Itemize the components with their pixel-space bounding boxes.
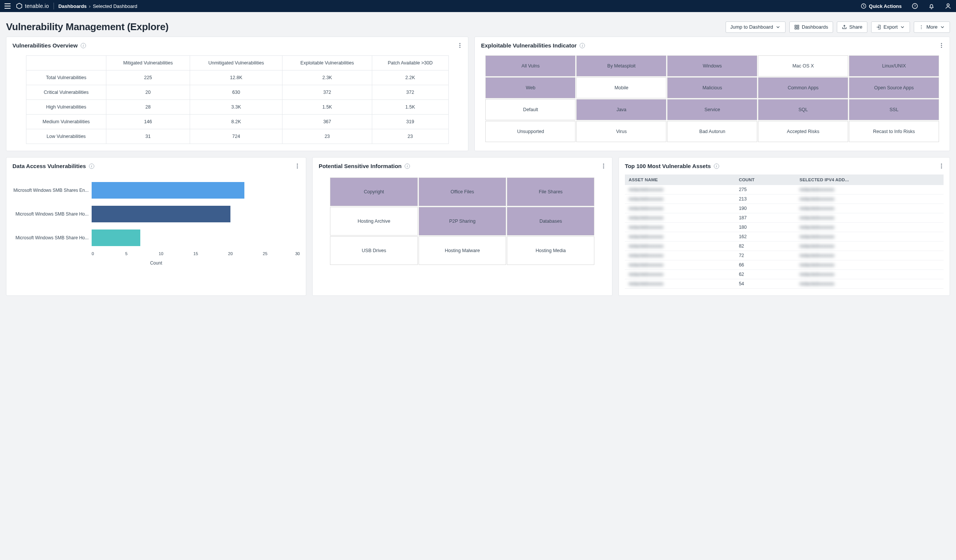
table-cell[interactable]: 372: [283, 85, 372, 100]
indicator-cell[interactable]: Bad Autorun: [667, 121, 757, 142]
asset-count: 72: [735, 251, 796, 260]
indicator-cell[interactable]: Java: [576, 99, 667, 120]
table-cell[interactable]: 23: [283, 129, 372, 144]
indicator-cell[interactable]: Service: [667, 99, 757, 120]
table-cell[interactable]: 1.5K: [372, 100, 448, 115]
table-cell[interactable]: 319: [372, 115, 448, 129]
table-cell[interactable]: 28: [106, 100, 190, 115]
table-cell[interactable]: 146: [106, 115, 190, 129]
indicator-cell[interactable]: Unsupported: [485, 121, 575, 142]
jump-to-dashboard-button[interactable]: Jump to Dashboard: [726, 22, 786, 33]
indicator-cell[interactable]: Common Apps: [758, 77, 848, 98]
table-cell[interactable]: 23: [372, 129, 448, 144]
psi-cell[interactable]: Hosting Malware: [418, 236, 506, 265]
table-row[interactable]: redactedxxxxxxx82redactedxxxxxxx: [625, 242, 943, 251]
table-cell[interactable]: 372: [372, 85, 448, 100]
quick-actions-button[interactable]: Quick Actions: [860, 3, 902, 9]
page-actions: Jump to Dashboard Dashboards Share Expor…: [726, 22, 950, 33]
widget-title: Vulnerabilities Overview: [13, 42, 78, 49]
share-button[interactable]: Share: [837, 22, 867, 33]
table-cell[interactable]: 225: [106, 71, 190, 85]
indicator-cell[interactable]: Recast to Info Risks: [849, 121, 939, 142]
table-cell[interactable]: 12.8K: [190, 71, 283, 85]
table-cell[interactable]: 3.3K: [190, 100, 283, 115]
table-row[interactable]: redactedxxxxxxx162redactedxxxxxxx: [625, 232, 943, 242]
info-icon[interactable]: i: [405, 163, 410, 169]
indicator-cell[interactable]: Open Source Apps: [849, 77, 939, 98]
indicator-cell[interactable]: By Metasploit: [576, 55, 667, 77]
table-row[interactable]: redactedxxxxxxx72redactedxxxxxxx: [625, 251, 943, 260]
info-icon[interactable]: i: [580, 43, 585, 48]
indicator-cell[interactable]: Linux/UNIX: [849, 55, 939, 77]
table-cell[interactable]: 1.5K: [283, 100, 372, 115]
table-cell[interactable]: 31: [106, 129, 190, 144]
indicator-cell[interactable]: Accepted Risks: [758, 121, 848, 142]
indicator-cell[interactable]: Virus: [576, 121, 667, 142]
dashboards-button[interactable]: Dashboards: [789, 22, 833, 33]
top100-col-header[interactable]: SELECTED IPV4 ADD...: [796, 174, 943, 185]
info-icon[interactable]: i: [89, 163, 94, 169]
table-cell[interactable]: 8.2K: [190, 115, 283, 129]
indicator-cell[interactable]: Mac OS X: [758, 55, 848, 77]
table-cell[interactable]: 367: [283, 115, 372, 129]
indicator-cell[interactable]: Windows: [667, 55, 757, 77]
info-icon[interactable]: i: [81, 43, 86, 48]
indicator-cell[interactable]: SQL: [758, 99, 848, 120]
psi-cell[interactable]: Databases: [507, 207, 594, 235]
top100-col-header[interactable]: COUNT: [735, 174, 796, 185]
table-row[interactable]: redactedxxxxxxx66redactedxxxxxxx: [625, 260, 943, 270]
bar[interactable]: [92, 182, 244, 199]
overview-col-header[interactable]: Exploitable Vulnerabilities: [283, 56, 372, 71]
potential-sensitive-widget: Potential Sensitive Information i Copyri…: [312, 157, 612, 296]
indicator-cell[interactable]: Default: [485, 99, 575, 120]
table-row[interactable]: redactedxxxxxxx213redactedxxxxxxx: [625, 195, 943, 204]
indicator-cell[interactable]: All Vulns: [485, 55, 575, 77]
help-icon[interactable]: ?: [912, 3, 918, 9]
psi-cell[interactable]: Hosting Media: [507, 236, 594, 265]
psi-cell[interactable]: Copyright: [330, 177, 417, 206]
asset-name: redactedxxxxxxx: [629, 234, 664, 239]
table-row[interactable]: redactedxxxxxxx180redactedxxxxxxx: [625, 223, 943, 232]
table-cell[interactable]: 630: [190, 85, 283, 100]
psi-cell[interactable]: File Shares: [507, 177, 594, 206]
bar[interactable]: [92, 206, 230, 222]
indicator-cell[interactable]: SSL: [849, 99, 939, 120]
widget-more-button[interactable]: [938, 163, 944, 168]
widget-more-button[interactable]: [457, 43, 463, 48]
more-button[interactable]: More: [914, 22, 950, 33]
top100-col-header[interactable]: ASSET NAME: [625, 174, 735, 185]
table-cell[interactable]: 20: [106, 85, 190, 100]
table-cell[interactable]: 2.3K: [283, 71, 372, 85]
table-cell[interactable]: 2.2K: [372, 71, 448, 85]
table-row[interactable]: redactedxxxxxxx187redactedxxxxxxx: [625, 213, 943, 223]
table-cell[interactable]: 724: [190, 129, 283, 144]
svg-rect-6: [797, 25, 799, 27]
breadcrumb-section[interactable]: Dashboards: [58, 3, 87, 9]
bar[interactable]: [92, 229, 140, 246]
table-row[interactable]: redactedxxxxxxx54redactedxxxxxxx: [625, 279, 943, 289]
psi-cell[interactable]: USB Drives: [330, 236, 417, 265]
table-row[interactable]: redactedxxxxxxx275redactedxxxxxxx: [625, 185, 943, 195]
hamburger-menu-icon[interactable]: [5, 3, 11, 9]
widget-more-button[interactable]: [938, 43, 944, 48]
brand-logo[interactable]: tenable.io: [16, 3, 49, 9]
widget-title: Exploitable Vulnerabilities Indicator: [481, 42, 577, 49]
export-button[interactable]: Export: [871, 22, 910, 33]
psi-cell[interactable]: P2P Sharing: [418, 207, 506, 235]
overview-col-header[interactable]: Mitigated Vulnerabilities: [106, 56, 190, 71]
bell-icon[interactable]: [928, 3, 935, 9]
indicator-cell[interactable]: Web: [485, 77, 575, 98]
widget-more-button[interactable]: [294, 163, 300, 168]
overview-col-header[interactable]: Unmitigated Vulnerabilities: [190, 56, 283, 71]
psi-cell[interactable]: Office Files: [418, 177, 506, 206]
table-row[interactable]: redactedxxxxxxx190redactedxxxxxxx: [625, 204, 943, 213]
indicator-cell[interactable]: Malicious: [667, 77, 757, 98]
indicator-cell[interactable]: Mobile: [576, 77, 667, 98]
user-icon[interactable]: [945, 3, 951, 9]
psi-cell[interactable]: Hosting Archive: [330, 207, 417, 235]
info-icon[interactable]: i: [714, 163, 719, 169]
overview-col-header[interactable]: Patch Available >30D: [372, 56, 448, 71]
table-row[interactable]: redactedxxxxxxx62redactedxxxxxxx: [625, 270, 943, 279]
svg-marker-0: [17, 3, 22, 9]
widget-more-button[interactable]: [601, 163, 607, 168]
